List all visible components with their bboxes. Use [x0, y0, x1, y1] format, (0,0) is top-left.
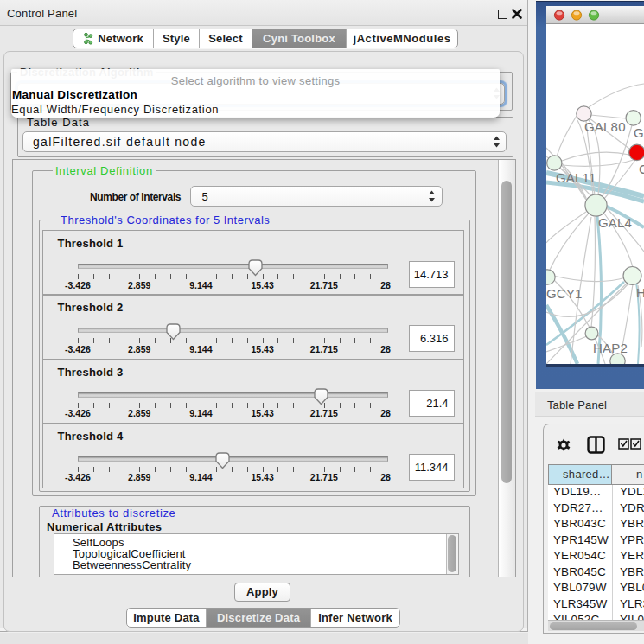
- svg-text:H: H: [636, 285, 644, 300]
- svg-text:GCY1: GCY1: [546, 286, 583, 301]
- svg-text:GAL11: GAL11: [556, 170, 596, 185]
- svg-text:C: C: [639, 162, 644, 176]
- svg-text:GA: GA: [634, 125, 644, 140]
- svg-text:GAL4: GAL4: [598, 215, 632, 230]
- svg-text:HAP2: HAP2: [593, 341, 628, 355]
- svg-text:GAL80: GAL80: [584, 119, 626, 134]
